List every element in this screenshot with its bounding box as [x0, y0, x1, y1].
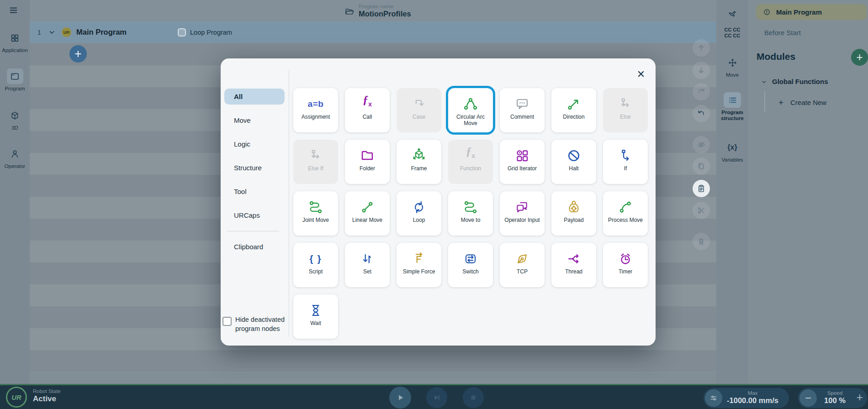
category-move[interactable]: Move [224, 112, 285, 128]
thread-icon [565, 243, 582, 267]
delete-button[interactable] [693, 233, 710, 250]
speed-slider-button[interactable] [705, 389, 722, 407]
collapse-chevron-icon[interactable] [47, 27, 57, 37]
suppress-button[interactable] [693, 136, 710, 153]
ur-logo: UR [6, 387, 27, 408]
node-tile-label: Wait [307, 320, 325, 327]
sidebar-item-label: 3D [0, 125, 30, 131]
node-tile-folder[interactable]: Folder [345, 140, 390, 184]
modal-divider [289, 69, 289, 336]
sidebar-item-application[interactable]: Application [0, 30, 30, 53]
loop-program-label: Loop Program [190, 29, 232, 36]
linear-move-icon [359, 191, 376, 216]
node-tile-label: Timer [615, 269, 636, 275]
sidebar-item-3d[interactable]: 3D [0, 108, 30, 131]
node-tile-move-to[interactable]: Move to [448, 191, 493, 236]
node-tile-timer[interactable]: Timer [603, 243, 648, 287]
toolbar-item-variables[interactable]: {x} Variables [716, 140, 748, 163]
move-down-button[interactable] [693, 62, 710, 79]
global-functions-label[interactable]: Global Functions [772, 78, 828, 85]
node-tile-label: Frame [408, 166, 431, 172]
redo-button[interactable] [693, 83, 710, 100]
node-tile-label: Direction [559, 114, 588, 121]
main-program-header-label: Main Program [776, 8, 822, 16]
category-logic[interactable]: Logic [224, 136, 285, 152]
node-tile-joint-move[interactable]: Joint Move [293, 191, 338, 236]
node-tile-call[interactable]: ƒx Call [345, 88, 390, 132]
before-start-item[interactable]: Before Start [764, 29, 801, 37]
program-row[interactable]: 1 UR Main Program Loop Program [30, 21, 716, 43]
speed-increase-button[interactable]: + [856, 391, 863, 404]
copy-button[interactable] [693, 157, 710, 175]
left-sidebar: Application Program 3D Operator [0, 0, 30, 384]
category-urcaps[interactable]: URCaps [224, 207, 285, 223]
direction-icon [565, 88, 582, 113]
add-module-button[interactable]: + [851, 49, 868, 66]
create-new-button[interactable]: Create New [790, 99, 826, 106]
node-tile-label: Folder [356, 166, 379, 172]
stop-button[interactable] [463, 387, 484, 408]
node-tile-process-move[interactable]: Process Move [603, 191, 648, 236]
node-tile-if[interactable]: If [603, 140, 648, 184]
category-structure[interactable]: Structure [224, 160, 285, 176]
node-tile-script[interactable]: { } Script [293, 243, 338, 287]
create-new-plus-icon: + [778, 98, 783, 108]
group-chevron-icon[interactable] [760, 78, 768, 86]
node-tile-wait[interactable]: Wait [293, 294, 338, 339]
undo-button[interactable] [693, 105, 710, 122]
node-tile-payload[interactable]: Payload [551, 191, 596, 236]
node-tile-assignment[interactable]: a=b Assignment [293, 88, 338, 132]
menu-button[interactable] [7, 4, 20, 16]
node-tile-direction[interactable]: Direction [551, 88, 596, 132]
node-tile-tcp[interactable]: TCP [500, 243, 545, 287]
person-icon [7, 146, 23, 162]
node-tile-halt[interactable]: Halt [551, 140, 596, 184]
node-tile-simple-force[interactable]: Simple Force [397, 243, 441, 287]
speed-decrease-button[interactable]: − [799, 389, 817, 407]
node-tile-loop[interactable]: Loop [397, 191, 441, 236]
category-clipboard[interactable]: Clipboard [224, 239, 285, 255]
node-tile-linear-move[interactable]: Linear Move [345, 191, 390, 236]
modal-close-button[interactable]: ✕ [634, 68, 648, 81]
play-button[interactable] [389, 387, 411, 409]
move-to-icon [462, 191, 479, 216]
node-tile-label: Loop [409, 217, 429, 224]
toolbar-item-move[interactable]: Move [716, 55, 748, 78]
toolbar-item-program-structure[interactable]: Program structure [716, 92, 748, 121]
program-name-block[interactable]: Program name MotionProfiles [344, 4, 411, 18]
freedrive-hand-button[interactable] [726, 8, 739, 21]
hamburger-icon [7, 4, 20, 16]
step-button[interactable] [426, 387, 447, 408]
node-tile-label: Else [616, 114, 634, 121]
assignment-icon: a=b [308, 88, 324, 113]
comment-icon [513, 88, 531, 113]
node-tile-grid-iterator[interactable]: Grid Iterator [500, 140, 545, 184]
category-all[interactable]: All [224, 89, 285, 105]
sidebar-item-program[interactable]: Program [0, 68, 30, 91]
category-tool[interactable]: Tool [224, 184, 285, 199]
add-node-button[interactable]: + [69, 45, 87, 63]
node-tile-frame[interactable]: Frame [397, 140, 441, 184]
switch-icon [462, 243, 479, 267]
operator-input-icon [513, 191, 531, 216]
node-tile-label: Joint Move [299, 217, 333, 224]
node-tile-set[interactable]: Set [345, 243, 390, 287]
node-tile-switch[interactable]: Switch [448, 243, 493, 287]
node-tile-operator-input[interactable]: Operator Input [500, 191, 545, 236]
sidebar-item-operator[interactable]: Operator [0, 146, 30, 169]
main-program-header[interactable]: Main Program [756, 4, 867, 20]
hide-deactivated-checkbox[interactable] [222, 317, 232, 326]
node-tile-circular-arc-move[interactable]: Circular Arc Move [448, 88, 493, 132]
node-tile-function: ƒx Function [448, 140, 493, 184]
paste-button[interactable] [693, 180, 710, 197]
safety-checksum: CC CCCC CC [716, 27, 748, 39]
halt-icon [565, 140, 582, 164]
node-tile-thread[interactable]: Thread [551, 243, 596, 287]
max-value: -1000.00 mm/s [724, 396, 782, 405]
node-tile-comment[interactable]: Comment [500, 88, 545, 132]
loop-program-checkbox[interactable] [178, 28, 186, 37]
wait-icon [307, 294, 324, 319]
program-name-label: Program name [359, 4, 411, 10]
move-up-button[interactable] [693, 39, 710, 57]
cut-button[interactable] [693, 202, 710, 219]
